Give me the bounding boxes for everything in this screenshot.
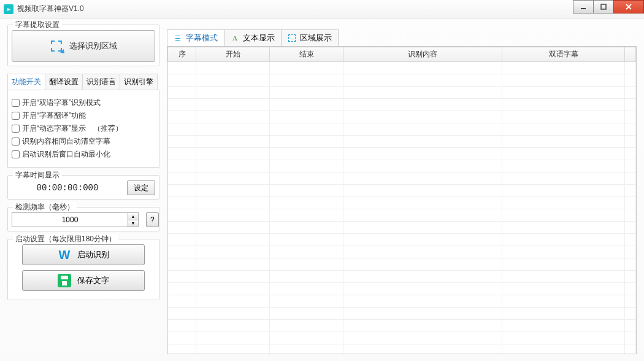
frequency-spinner[interactable]: ▲ ▼: [12, 212, 139, 227]
settings-tab-body: 开启“双语字幕”识别模式 开启“字幕翻译”功能 开启“动态字幕”显示 （推荐） …: [7, 90, 159, 168]
check-auto-clear-same[interactable]: 识别内容相同自动清空字幕: [12, 136, 155, 147]
col-start[interactable]: 开始: [196, 47, 270, 62]
table-row[interactable]: [168, 283, 636, 295]
tab-region-display[interactable]: 区域展示: [281, 29, 339, 46]
freq-help-button[interactable]: ?: [146, 212, 159, 227]
table-row[interactable]: [168, 295, 636, 308]
col-scroll-gutter: [625, 47, 636, 62]
table-row[interactable]: [168, 332, 636, 344]
group-extract-legend: 字幕提取设置: [13, 20, 62, 30]
col-seq[interactable]: 序: [168, 47, 196, 62]
table-row[interactable]: [168, 320, 636, 332]
subtitle-grid-wrap[interactable]: 序 开始 结束 识别内容 双语字幕: [167, 46, 637, 354]
table-row[interactable]: [168, 87, 636, 99]
list-icon: ☰: [174, 34, 182, 42]
table-row[interactable]: [168, 271, 636, 283]
check-bilingual-mode[interactable]: 开启“双语字幕”识别模式: [12, 98, 155, 108]
group-freq-legend: 检测频率（毫秒）: [13, 202, 77, 212]
start-recognize-button[interactable]: W 启动识别: [22, 244, 145, 265]
col-content[interactable]: 识别内容: [343, 47, 502, 62]
table-row[interactable]: [168, 246, 636, 258]
spin-down[interactable]: ▼: [128, 220, 138, 227]
subtitle-table: 序 开始 结束 识别内容 双语字幕: [167, 47, 636, 354]
table-body: [168, 62, 636, 355]
group-time-display: 字幕时间显示 00:00:00:000 设定: [7, 175, 159, 200]
check-subtitle-translate[interactable]: 开启“字幕翻译”功能: [12, 111, 155, 121]
settings-tabs-container: 功能开关 翻译设置 识别语言 识别引擎 开启“双语字幕”识别模式 开启“字幕翻译…: [7, 74, 159, 168]
tab-translate-settings[interactable]: 翻译设置: [45, 74, 83, 90]
region-tab-icon: [288, 34, 296, 42]
table-row[interactable]: [168, 209, 636, 222]
group-start-legend: 启动设置（每次限用180分钟）: [13, 234, 118, 244]
save-icon: [58, 274, 71, 287]
svg-rect-0: [581, 8, 586, 9]
tab-recognize-language[interactable]: 识别语言: [82, 74, 120, 90]
svg-rect-1: [601, 4, 606, 9]
table-row[interactable]: [168, 234, 636, 246]
table-row[interactable]: [168, 148, 636, 160]
save-text-label: 保存文字: [77, 275, 109, 286]
table-row[interactable]: [168, 160, 636, 173]
table-row[interactable]: [168, 136, 636, 148]
tab-recognize-engine[interactable]: 识别引擎: [120, 74, 158, 90]
save-text-button[interactable]: 保存文字: [22, 270, 145, 291]
tab-function-switch[interactable]: 功能开关: [7, 74, 45, 90]
check-dynamic-subtitle[interactable]: 开启“动态字幕”显示 （推荐）: [12, 123, 155, 134]
table-row[interactable]: [168, 62, 636, 74]
tab-text-display[interactable]: A 文本显示: [224, 29, 282, 46]
table-row[interactable]: [168, 99, 636, 111]
window-controls: [573, 0, 644, 14]
table-row[interactable]: [168, 111, 636, 123]
table-row[interactable]: [168, 258, 636, 271]
group-extract-settings: 字幕提取设置 选择识别区域: [7, 25, 159, 66]
group-detect-frequency: 检测频率（毫秒） ▲ ▼ ?: [7, 207, 159, 231]
minimize-button[interactable]: [573, 0, 594, 14]
set-time-button[interactable]: 设定: [127, 180, 155, 195]
main-tabs: ☰ 字幕模式 A 文本显示 区域展示: [167, 29, 637, 46]
group-start-settings: 启动设置（每次限用180分钟） W 启动识别 保存文字: [7, 239, 159, 300]
app-icon: [4, 4, 13, 14]
table-row[interactable]: [168, 222, 636, 234]
select-region-button[interactable]: 选择识别区域: [12, 30, 155, 62]
settings-tabs: 功能开关 翻译设置 识别语言 识别引擎: [7, 74, 159, 90]
tab-subtitle-mode[interactable]: ☰ 字幕模式: [167, 29, 224, 46]
region-icon: [50, 39, 63, 53]
table-header-row: 序 开始 结束 识别内容 双语字幕: [168, 47, 636, 62]
text-icon: A: [231, 34, 239, 42]
col-bilingual[interactable]: 双语字幕: [502, 47, 625, 62]
window-title: 视频取字幕神器V1.0: [17, 4, 84, 14]
table-row[interactable]: [168, 308, 636, 320]
select-region-label: 选择识别区域: [69, 41, 117, 52]
table-row[interactable]: [168, 185, 636, 197]
timecode-display: 00:00:00:000: [12, 183, 123, 193]
start-recognize-label: 启动识别: [77, 249, 109, 260]
group-time-legend: 字幕时间显示: [13, 170, 62, 180]
table-row[interactable]: [168, 123, 636, 136]
w-icon: W: [58, 248, 71, 262]
col-end[interactable]: 结束: [270, 47, 343, 62]
spin-up[interactable]: ▲: [128, 213, 138, 220]
frequency-input[interactable]: [12, 212, 128, 227]
check-auto-minimize[interactable]: 启动识别后窗口自动最小化: [12, 149, 155, 160]
table-row[interactable]: [168, 173, 636, 185]
table-row[interactable]: [168, 197, 636, 209]
maximize-button[interactable]: [593, 0, 614, 14]
titlebar: 视频取字幕神器V1.0: [0, 0, 644, 18]
close-button[interactable]: [613, 0, 644, 14]
table-row[interactable]: [168, 344, 636, 355]
table-row[interactable]: [168, 74, 636, 87]
